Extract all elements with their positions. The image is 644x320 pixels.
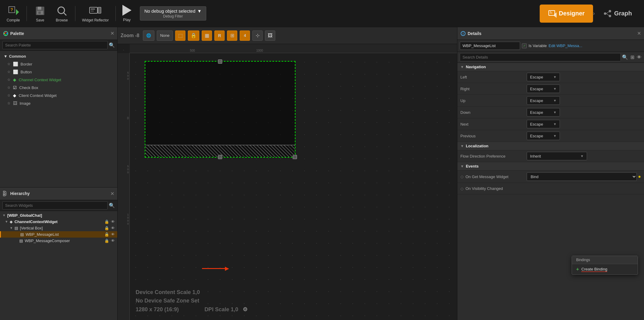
- select-tool-btn[interactable]: ⬚: [175, 30, 185, 41]
- lock-icon[interactable]: 🔒: [104, 219, 109, 224]
- tree-item-verticalbox[interactable]: ▼ ▤ [Vertical Box] 🔒 👁: [0, 225, 117, 231]
- num-tool-btn[interactable]: 4: [240, 30, 250, 41]
- debug-filter-subtitle: Debug Filter: [163, 14, 183, 18]
- details-search-input[interactable]: [460, 53, 621, 61]
- svg-point-24: [6, 33, 8, 34]
- tree-item-messagelist[interactable]: ▤ WBP_MessageList 🔒 👁: [0, 231, 117, 238]
- widget-canvas-box[interactable]: ↑ ↓: [145, 61, 295, 158]
- play-label: Play: [123, 18, 131, 22]
- nav-right-dropdown[interactable]: Escape ▼: [527, 85, 560, 93]
- eye-icon[interactable]: 👁: [111, 226, 115, 230]
- details-panel: i Details ✕ Is Variable Edit WBP_Messa..…: [457, 27, 644, 320]
- svg-rect-9: [90, 7, 97, 13]
- palette-item-border[interactable]: ☆ ⬜ Border: [0, 60, 117, 68]
- details-icon: i: [460, 31, 466, 36]
- details-close-btn[interactable]: ✕: [637, 30, 641, 36]
- details-search-icon[interactable]: 🔍: [622, 54, 628, 60]
- none-tool-btn[interactable]: None: [157, 30, 173, 41]
- svg-text:i: i: [463, 32, 464, 35]
- image-icon: 🖼: [13, 101, 17, 106]
- widget-reflector-button[interactable]: Widget Reflector: [79, 4, 112, 24]
- section-nav-arrow: ▼: [460, 65, 464, 69]
- palette-search-bar: 🔍: [0, 40, 117, 51]
- debug-filter[interactable]: No debug object selected ▼ Debug Filter: [140, 6, 206, 21]
- prop-next: Next Escape ▼: [457, 118, 644, 130]
- browse-button[interactable]: Browse: [52, 4, 71, 24]
- nav-down-dropdown[interactable]: Escape ▼: [527, 108, 560, 117]
- edit-widget-link[interactable]: Edit WBP_Messa...: [548, 43, 582, 48]
- arrows-tool-btn[interactable]: ⊹: [252, 30, 263, 41]
- nav-up-dropdown[interactable]: Escape ▼: [527, 96, 560, 105]
- is-variable-checkbox[interactable]: [522, 43, 527, 48]
- palette-item-button[interactable]: ☆ ⬜ Button: [0, 68, 117, 76]
- widget-name-input[interactable]: [460, 42, 520, 50]
- hierarchy-search-input[interactable]: [2, 201, 108, 210]
- palette-search-input[interactable]: [2, 41, 108, 49]
- lock-tool-btn[interactable]: 🔒: [188, 30, 199, 41]
- save-button[interactable]: Save: [30, 4, 50, 24]
- palette-item-channel-context[interactable]: ☆ ◆ Channel Context Widget: [0, 76, 117, 84]
- palette-item-checkbox[interactable]: ☆ ☑ Check Box: [0, 84, 117, 91]
- widget-icon: ◆: [10, 219, 13, 224]
- compile-icon: ?: [7, 5, 20, 17]
- lock-icon[interactable]: 🔒: [104, 232, 109, 237]
- hierarchy-panel-header: Hierarchy ✕: [0, 187, 117, 200]
- compile-button[interactable]: ? Compile: [4, 4, 23, 24]
- prop-down: Down Escape ▼: [457, 107, 644, 118]
- eye-icon[interactable]: 👁: [111, 219, 115, 224]
- nav-previous-dropdown[interactable]: Escape ▼: [527, 132, 560, 140]
- section-navigation[interactable]: ▼ Navigation: [457, 63, 644, 71]
- tree-item-messagecomposer[interactable]: ▤ WBP_MessageComposer 🔒 👁: [0, 238, 117, 244]
- debug-filter-title: No debug object selected: [144, 8, 195, 14]
- details-grid-view-btn[interactable]: ⊞: [630, 54, 634, 60]
- plus-icon: +: [576, 267, 579, 272]
- image-tool-btn[interactable]: 🖼: [265, 30, 275, 41]
- flow-dir-dropdown[interactable]: Inherit ▼: [527, 152, 587, 160]
- r-tool-btn[interactable]: R: [214, 30, 225, 41]
- section-loc-arrow: ▼: [460, 144, 464, 148]
- details-eye-btn[interactable]: 👁: [637, 55, 642, 60]
- event-bind-select[interactable]: Bind: [527, 172, 637, 181]
- tree-arrow: ▼: [5, 220, 8, 223]
- event-control-get-message: Bind ●: [527, 172, 641, 181]
- toolbar-sep-2: [75, 6, 75, 21]
- section-localization[interactable]: ▼ Localization: [457, 142, 644, 150]
- lock-icon[interactable]: 🔒: [104, 238, 109, 243]
- palette-item-image[interactable]: ☆ 🖼 Image: [0, 99, 117, 107]
- is-variable-label: Is Variable: [529, 43, 547, 48]
- svg-rect-10: [98, 7, 101, 13]
- event-yellow-dot[interactable]: ●: [638, 174, 641, 179]
- nav-next-dropdown[interactable]: Escape ▼: [527, 120, 560, 128]
- play-button[interactable]: Play: [119, 4, 134, 23]
- eye-icon[interactable]: 👁: [111, 232, 115, 237]
- canvas-viewport[interactable]: 500 1000 500 0 500 1000 ↑ ↓ ▶: [118, 44, 457, 320]
- grid-tool-btn[interactable]: ⊞: [227, 30, 237, 41]
- hierarchy-close-btn[interactable]: ✕: [110, 191, 114, 197]
- palette-section-arrow: ▼: [4, 54, 8, 59]
- eye-icon[interactable]: 👁: [111, 238, 115, 243]
- graph-button[interactable]: Graph: [595, 5, 640, 23]
- designer-label: Designer: [559, 10, 585, 17]
- layout-tool-btn[interactable]: ▦: [202, 30, 212, 41]
- palette-item-client-context[interactable]: ☆ ◆ Client Context Widget: [0, 91, 117, 99]
- globe-tool-btn[interactable]: 🌐: [143, 30, 154, 41]
- composer-icon: ▤: [19, 238, 23, 243]
- palette-search-btn[interactable]: 🔍: [109, 42, 115, 48]
- handle-top[interactable]: ↑: [218, 59, 222, 64]
- details-search-bar: 🔍 ⊞ 👁: [457, 52, 644, 63]
- hierarchy-icon: [3, 191, 8, 196]
- widget-reflector-icon: [89, 5, 102, 17]
- tree-item-channelcontextwidget[interactable]: ▼ ◆ ChannelContextWidget 🔒 👁: [0, 219, 117, 225]
- create-binding-btn[interactable]: + Create Binding: [572, 264, 638, 274]
- tree-item-globalchat[interactable]: ▼ [WBP_GlobalChat]: [0, 212, 117, 219]
- prop-right-control: Escape ▼: [527, 85, 641, 93]
- canvas-settings-icon[interactable]: ⚙: [243, 306, 248, 312]
- hierarchy-search-btn[interactable]: 🔍: [109, 203, 115, 208]
- prop-left-control: Escape ▼: [527, 73, 641, 81]
- dropdown-arrow: ▼: [553, 110, 557, 114]
- lock-icon[interactable]: 🔒: [104, 226, 109, 230]
- nav-left-dropdown[interactable]: Escape ▼: [527, 73, 560, 81]
- section-events[interactable]: ▼ Events: [457, 162, 644, 171]
- palette-close-btn[interactable]: ✕: [110, 30, 114, 36]
- designer-button[interactable]: Designer: [540, 5, 593, 23]
